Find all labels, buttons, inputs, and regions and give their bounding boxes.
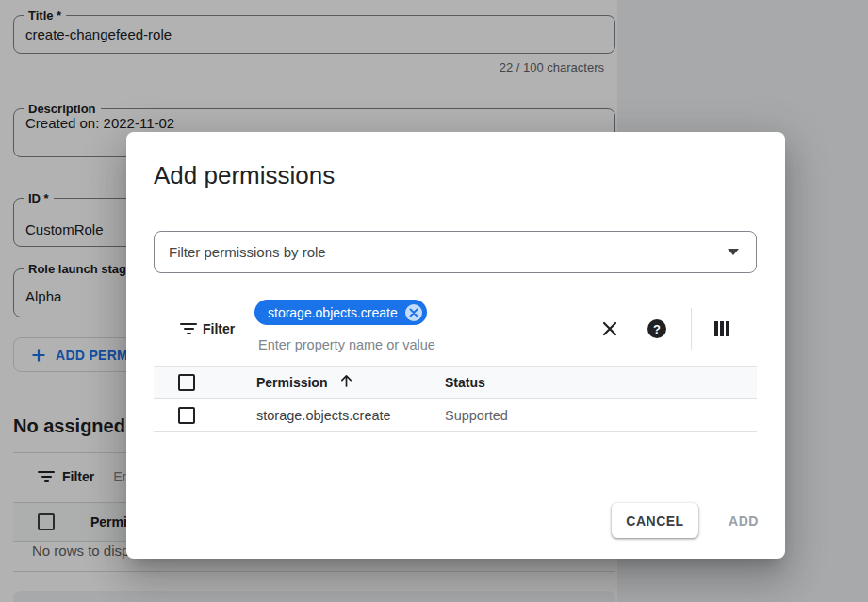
permissions-table: Permission Status storage.objects.create…	[154, 366, 757, 432]
filter-chip-text: storage.objects.create	[268, 305, 398, 320]
dialog-title: Add permissions	[154, 161, 335, 190]
select-all-checkbox[interactable]	[178, 374, 195, 391]
role-filter-select-value: Filter permissions by role	[169, 244, 728, 260]
add-permissions-dialog: Add permissions Filter permissions by ro…	[126, 132, 785, 559]
col-permission[interactable]: Permission	[256, 375, 327, 390]
table-header-row: Permission Status	[154, 366, 757, 399]
filter-icon	[180, 323, 197, 334]
modal-filter-input[interactable]: Enter property name or value	[258, 337, 435, 352]
add-button[interactable]: ADD	[717, 503, 770, 538]
chip-remove-icon[interactable]	[405, 304, 422, 321]
toolbar-divider	[691, 308, 692, 350]
column-display-icon[interactable]	[714, 321, 729, 336]
table-row[interactable]: storage.objects.create Supported	[154, 399, 757, 432]
sort-ascending-icon[interactable]	[338, 373, 354, 393]
role-filter-select[interactable]: Filter permissions by role	[154, 231, 757, 273]
help-icon[interactable]: ?	[647, 319, 666, 338]
col-status: Status	[445, 375, 485, 390]
row-permission: storage.objects.create	[256, 408, 391, 423]
chevron-down-icon	[728, 249, 739, 255]
modal-filter-label: Filter	[203, 321, 235, 336]
row-checkbox[interactable]	[178, 407, 195, 424]
row-status: Supported	[445, 408, 508, 423]
filter-chip[interactable]: storage.objects.create	[254, 300, 427, 325]
clear-filter-icon[interactable]	[600, 319, 619, 338]
cancel-button[interactable]: CANCEL	[612, 503, 698, 538]
page: Title * create-changefeed-role 22 / 100 …	[0, 0, 868, 602]
